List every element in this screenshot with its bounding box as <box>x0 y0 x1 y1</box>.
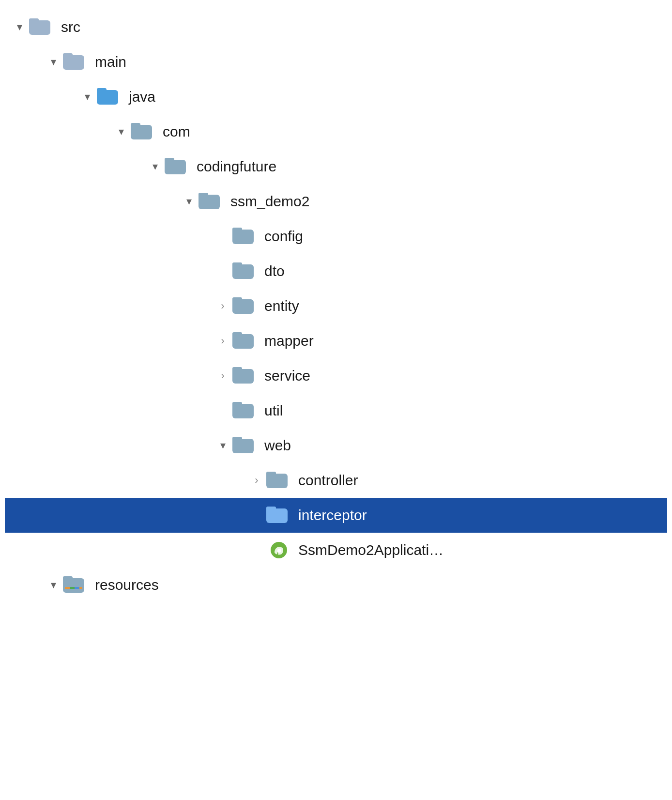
folder-icon-com <box>131 122 156 141</box>
svg-point-1 <box>277 549 281 553</box>
tree-item-interceptor[interactable]: interceptor <box>5 498 667 533</box>
chevron-right-icon: › <box>213 335 232 347</box>
item-label-src: src <box>61 19 80 35</box>
folder-icon-src <box>29 17 54 37</box>
chevron-right-icon: › <box>213 300 232 312</box>
tree-item-entity[interactable]: › entity <box>5 289 667 323</box>
tree-item-web[interactable]: ▾ web <box>5 428 667 463</box>
folder-icon-main <box>63 52 88 72</box>
chevron-down-icon: ▾ <box>111 125 131 138</box>
tree-item-main[interactable]: ▾ main <box>5 45 667 79</box>
item-label-mapper: mapper <box>264 333 314 349</box>
folder-icon-mapper <box>232 331 258 351</box>
tree-item-ssm-demo2-application[interactable]: SsmDemo2Applicati… <box>5 533 667 568</box>
item-label-com: com <box>163 123 190 140</box>
item-label-ssm-demo2-application: SsmDemo2Applicati… <box>298 542 443 558</box>
item-label-controller: controller <box>298 472 358 489</box>
chevron-down-icon: ▾ <box>44 56 63 68</box>
file-tree: ▾ src ▾ main ▾ java ▾ com ▾ codingfuture… <box>0 0 672 612</box>
folder-icon-web <box>232 436 258 455</box>
chevron-right-icon: › <box>247 474 266 487</box>
tree-item-java[interactable]: ▾ java <box>5 79 667 114</box>
folder-icon-controller <box>266 471 291 490</box>
folder-icon-service <box>232 366 258 385</box>
chevron-down-icon: ▾ <box>10 21 29 33</box>
folder-icon-entity <box>232 296 258 316</box>
chevron-down-icon: ▾ <box>77 91 97 103</box>
folder-icon-util <box>232 401 258 420</box>
folder-icon-config <box>232 227 258 246</box>
folder-icon-interceptor <box>266 506 291 525</box>
tree-item-resources[interactable]: ▾ resources <box>5 568 667 602</box>
item-label-interceptor: interceptor <box>298 507 367 523</box>
tree-item-ssm-demo2[interactable]: ▾ ssm_demo2 <box>5 184 667 219</box>
tree-item-config[interactable]: config <box>5 219 667 254</box>
chevron-down-icon: ▾ <box>44 579 63 591</box>
tree-item-util[interactable]: util <box>5 393 667 428</box>
item-label-util: util <box>264 402 283 419</box>
item-label-ssm-demo2: ssm_demo2 <box>230 193 309 210</box>
tree-item-codingfuture[interactable]: ▾ codingfuture <box>5 149 667 184</box>
tree-item-service[interactable]: › service <box>5 358 667 393</box>
item-label-entity: entity <box>264 298 299 314</box>
tree-item-src[interactable]: ▾ src <box>5 10 667 45</box>
tree-item-com[interactable]: ▾ com <box>5 114 667 149</box>
tree-item-dto[interactable]: dto <box>5 254 667 289</box>
item-label-config: config <box>264 228 303 245</box>
chevron-down-icon: ▾ <box>213 439 232 452</box>
item-label-codingfuture: codingfuture <box>197 158 276 175</box>
tree-item-controller[interactable]: › controller <box>5 463 667 498</box>
item-label-service: service <box>264 368 310 384</box>
chevron-right-icon: › <box>213 369 232 382</box>
folder-icon-java <box>97 87 122 107</box>
item-label-web: web <box>264 437 291 454</box>
item-label-resources: resources <box>95 577 159 593</box>
item-label-dto: dto <box>264 263 285 279</box>
folder-icon-ssm-demo2 <box>199 192 224 211</box>
chevron-down-icon: ▾ <box>179 195 199 208</box>
folder-icon-resources <box>63 575 88 595</box>
tree-item-mapper[interactable]: › mapper <box>5 323 667 358</box>
item-label-java: java <box>129 89 155 105</box>
chevron-down-icon: ▾ <box>145 160 165 173</box>
folder-icon-codingfuture <box>165 157 190 176</box>
folder-icon-dto <box>232 262 258 281</box>
item-label-main: main <box>95 54 126 70</box>
spring-boot-icon <box>266 540 291 560</box>
